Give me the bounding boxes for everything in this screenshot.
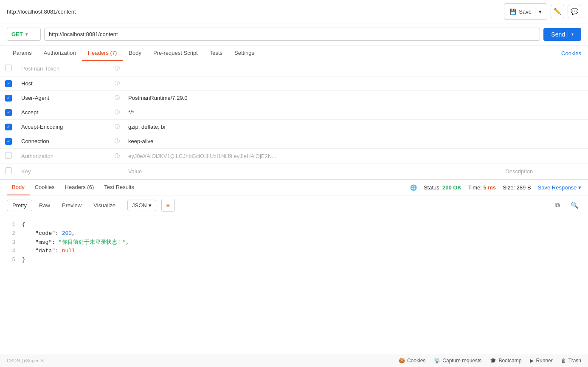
checkbox-checked[interactable]: ✓ [5, 95, 12, 102]
response-tab-test-results[interactable]: Test Results [99, 180, 139, 195]
line-content: "data": null [22, 247, 581, 256]
format-caret-icon: ▾ [149, 202, 152, 209]
response-tab-body[interactable]: Body [7, 180, 30, 195]
response-tab-cookies[interactable]: Cookies [30, 180, 60, 195]
tab-tests[interactable]: Tests [204, 45, 228, 61]
size-label: Size: 289 B [503, 184, 531, 191]
info-icon: ⓘ [115, 65, 120, 71]
line-number: 4 [7, 247, 15, 256]
checkbox-checked[interactable]: ✓ [5, 138, 12, 145]
header-key: Host [17, 76, 110, 91]
header-row-6: Authorization ⓘ eyJ0eXAiOiJKV1QiLCJhbGci… [0, 149, 588, 164]
cookies-link[interactable]: Cookies [561, 46, 581, 61]
tab-params[interactable]: Params [7, 45, 38, 61]
line-number: 3 [7, 238, 15, 247]
checkbox-unchecked[interactable] [5, 65, 12, 71]
search-icon: 🔍 [571, 201, 579, 209]
info-icon: ⓘ [115, 124, 120, 130]
save-icon: 💾 [509, 8, 516, 15]
viewer-tabs: Pretty Raw Preview Visualize JSON ▾ ≡ ⧉ … [0, 195, 588, 215]
info-icon: ⓘ [115, 153, 120, 159]
wrap-button[interactable]: ≡ [161, 199, 175, 212]
empty-checkbox[interactable] [5, 167, 12, 174]
tab-authorization[interactable]: Authorization [38, 45, 82, 61]
header-value [124, 61, 501, 76]
header-desc [501, 120, 588, 134]
copy-button[interactable]: ⧉ [551, 199, 564, 212]
info-icon: ⓘ [115, 80, 120, 86]
time-label: Time: 5 ms [468, 184, 496, 191]
header-key: Accept-Encoding [17, 120, 110, 134]
line-content: } [22, 256, 581, 265]
save-dropdown-caret: ▾ [539, 8, 542, 15]
viewer-tab-pretty[interactable]: Pretty [7, 200, 32, 211]
response-section: Body Cookies Headers (6) Test Results 🌐 … [0, 179, 588, 279]
value-placeholder: Value [128, 168, 142, 175]
send-label: Send [551, 31, 565, 38]
info-icon: ⓘ [115, 109, 120, 115]
header-desc [501, 76, 588, 91]
response-tab-headers[interactable]: Headers (6) [60, 180, 99, 195]
globe-icon: 🌐 [410, 184, 417, 191]
checkbox-checked[interactable]: ✓ [5, 80, 12, 87]
header-key: User-Agent [17, 91, 110, 105]
header-value: PostmanRuntime/7.29.0 [124, 91, 501, 105]
tab-body[interactable]: Body [123, 45, 147, 61]
code-area: 1{2 "code": 200,3 "msg": "你目前处于未登录状态！",4… [0, 215, 588, 279]
viewer-actions: ⧉ 🔍 [551, 199, 581, 212]
empty-header-row: Key Value Description [0, 164, 588, 179]
code-line-3: 3 "msg": "你目前处于未登录状态！", [7, 238, 581, 247]
checkbox-checked[interactable]: ✓ [5, 109, 12, 116]
tab-pre-request-script[interactable]: Pre-request Script [147, 45, 204, 61]
search-button[interactable]: 🔍 [568, 199, 581, 212]
comment-icon: 💬 [571, 8, 579, 15]
checkbox-checked[interactable]: ✓ [5, 124, 12, 130]
viewer-tab-preview[interactable]: Preview [57, 200, 87, 211]
size-value: 289 B [517, 184, 531, 191]
edit-button[interactable]: ✏️ [551, 5, 564, 18]
desc-placeholder: Description [505, 168, 533, 175]
header-row-0: Postman-Token ⓘ [0, 61, 588, 76]
method-label: GET [11, 31, 23, 37]
tab-headers[interactable]: Headers (7) [82, 45, 123, 61]
format-label: JSON [132, 202, 147, 209]
header-row-5: ✓ Connection ⓘ keep-alive [0, 134, 588, 149]
copy-icon: ⧉ [555, 201, 560, 209]
header-desc [501, 91, 588, 105]
header-value [124, 76, 501, 91]
method-caret-icon: ▾ [25, 32, 28, 37]
header-value: gzip, deflate, br [124, 120, 501, 134]
comment-button[interactable]: 💬 [568, 5, 581, 18]
header-row-1: ✓ Host ⓘ [0, 76, 588, 91]
code-line-5: 5} [7, 256, 581, 265]
save-response-button[interactable]: Save Response ▾ [538, 184, 581, 191]
code-line-4: 4 "data": null [7, 247, 581, 256]
format-select[interactable]: JSON ▾ [127, 200, 156, 211]
header-row-2: ✓ User-Agent ⓘ PostmanRuntime/7.29.0 [0, 91, 588, 105]
viewer-tab-visualize[interactable]: Visualize [88, 200, 121, 211]
header-row-4: ✓ Accept-Encoding ⓘ gzip, deflate, br [0, 120, 588, 134]
header-value: */* [124, 105, 501, 120]
top-bar: http://localhost:8081/content 💾 Save ▾ ✏… [0, 0, 588, 23]
headers-table: Postman-Token ⓘ ✓ Host ⓘ ✓ User-Agent ⓘ … [0, 61, 588, 179]
info-icon: ⓘ [115, 95, 120, 101]
save-button[interactable]: 💾 Save ▾ [504, 3, 547, 20]
header-row-3: ✓ Accept ⓘ */* [0, 105, 588, 120]
status-label: Status: 200 OK [424, 184, 461, 191]
time-value: 5 ms [483, 184, 496, 191]
viewer-tab-raw[interactable]: Raw [34, 200, 55, 211]
save-response-label: Save Response [538, 184, 577, 191]
method-select[interactable]: GET ▾ [7, 28, 41, 41]
response-tabs: Body Cookies Headers (6) Test Results 🌐 … [0, 180, 588, 195]
status-value: 200 OK [442, 184, 461, 191]
url-input[interactable] [44, 28, 540, 41]
checkbox-unchecked[interactable] [5, 152, 12, 159]
wrap-icon: ≡ [166, 202, 170, 209]
send-dropdown-caret-icon: ▾ [568, 31, 574, 38]
code-line-1: 1{ [7, 220, 581, 229]
tab-settings[interactable]: Settings [228, 45, 260, 61]
header-desc [501, 61, 588, 76]
send-button[interactable]: Send ▾ [543, 28, 581, 41]
top-bar-actions: 💾 Save ▾ ✏️ 💬 [504, 3, 581, 20]
code-line-2: 2 "code": 200, [7, 229, 581, 238]
